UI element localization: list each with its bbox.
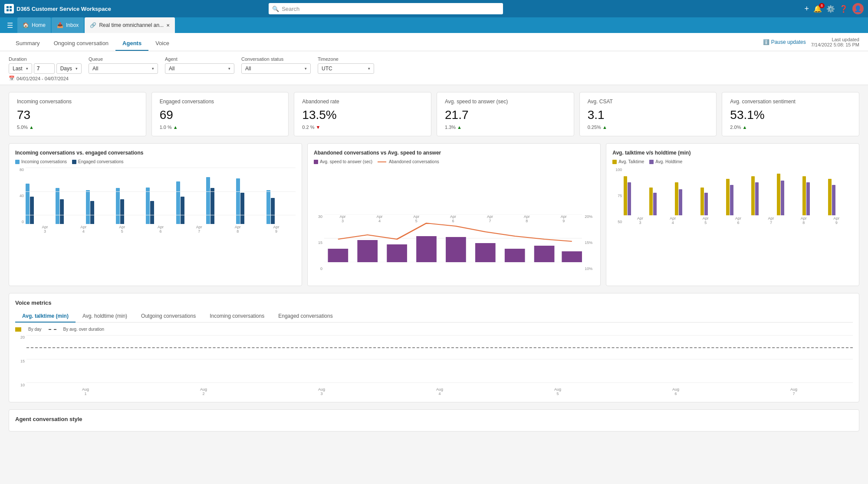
- svg-rect-11: [446, 237, 466, 262]
- user-avatar[interactable]: 👤: [852, 3, 864, 14]
- calendar-icon: 📅: [9, 76, 15, 81]
- kpi-sentiment-trend: 2.0% ▲: [730, 125, 851, 130]
- voice-tab-engaged[interactable]: Engaged conversations: [271, 310, 339, 323]
- notification-badge: 8: [819, 3, 825, 8]
- hamburger-menu[interactable]: ☰: [3, 20, 16, 31]
- chevron-down-icon: ▾: [305, 66, 307, 71]
- add-button[interactable]: +: [804, 4, 809, 13]
- by-avg-legend: [49, 329, 56, 330]
- timezone-filter: Timezone UTC ▾: [318, 56, 374, 74]
- chart1-x-labels: Apr3 Apr4 Apr5 Apr6 Apr7 Apr8 Apr9: [26, 225, 296, 234]
- kpi-speed-trend: 1.3% ▲: [445, 125, 566, 130]
- tab-inbox-label: Inbox: [66, 22, 79, 28]
- top-nav: D365 Customer Service Workspace 🔍 Search…: [0, 0, 868, 17]
- kpi-incoming: Incoming conversations 73 5.0% ▲: [9, 92, 146, 136]
- duration-last-select[interactable]: Last ▾: [9, 63, 32, 74]
- agent-filter: Agent All ▾: [165, 56, 234, 74]
- trend-up-icon: ▲: [173, 125, 178, 130]
- duration-filter: Duration Last ▾ Days ▾: [9, 56, 82, 74]
- svg-rect-9: [387, 244, 407, 262]
- chart1-legend: Incoming conversations Engaged conversat…: [15, 159, 296, 164]
- pause-updates-button[interactable]: ℹ️ Pause updates: [763, 39, 806, 45]
- chart3-legend: Avg. Talktime Avg. Holdtime: [612, 159, 853, 164]
- help-button[interactable]: ❓: [839, 5, 848, 13]
- app-title: D365 Customer Service Workspace: [16, 6, 111, 12]
- page-header: Summary Ongoing conversation Agents Voic…: [0, 33, 868, 51]
- charts-row: Incoming conversations vs. engaged conve…: [9, 143, 859, 286]
- home-icon: 🏠: [23, 22, 29, 28]
- chart-incoming-vs-engaged: Incoming conversations vs. engaged conve…: [9, 143, 302, 286]
- duration-unit-select[interactable]: Days ▾: [56, 63, 82, 74]
- svg-rect-12: [475, 243, 496, 262]
- queue-select[interactable]: All ▾: [89, 63, 158, 74]
- holdtime-legend-dot: [649, 160, 654, 164]
- chart1-bars: [26, 168, 296, 224]
- settings-button[interactable]: ⚙️: [826, 5, 835, 13]
- tab-ongoing[interactable]: Ongoing conversation: [47, 36, 115, 51]
- search-placeholder: Search: [282, 6, 299, 12]
- voice-chart: 201510: [15, 335, 853, 396]
- voice-metrics-card: Voice metrics Avg. talktime (min) Avg. h…: [9, 293, 859, 402]
- kpi-abandoned-trend: 0.2 % ▼: [302, 125, 423, 130]
- tab-inbox[interactable]: 📥 Inbox: [52, 17, 84, 33]
- tab-agents[interactable]: Agents: [115, 36, 148, 51]
- trend-up-icon: ▲: [29, 125, 34, 130]
- filters-bar: Duration Last ▾ Days ▾ Queue All ▾ Agen: [0, 51, 868, 85]
- svg-rect-3: [10, 9, 12, 11]
- tab-voice[interactable]: Voice: [148, 36, 176, 51]
- link-icon: 🔗: [90, 22, 96, 28]
- kpi-engaged-trend: 1.0 % ▲: [160, 125, 281, 130]
- trend-down-icon: ▼: [316, 125, 320, 130]
- voice-bars-area: [26, 335, 853, 383]
- chart3-x-labels: Apr3 Apr4 Apr5 Apr6 Apr7 Apr8 Apr9: [624, 216, 853, 225]
- voice-tab-talktime[interactable]: Avg. talktime (min): [15, 310, 76, 323]
- kpi-incoming-trend: 5.0% ▲: [17, 125, 138, 130]
- svg-rect-8: [357, 240, 378, 262]
- chevron-down-icon: ▾: [228, 66, 230, 71]
- chart3-bars: [624, 168, 853, 215]
- chart2-wrapper: 30150 20%15%10%: [314, 214, 594, 280]
- main-content: Incoming conversations 73 5.0% ▲ Engaged…: [0, 85, 868, 438]
- chart2-y-right: 20%15%10%: [584, 214, 594, 271]
- conv-status-select[interactable]: All ▾: [241, 63, 311, 74]
- trend-up-icon: ▲: [602, 125, 607, 130]
- tab-bar: ☰ 🏠 Home 📥 Inbox 🔗 Real time omnichannel…: [0, 17, 868, 33]
- tab-realtime[interactable]: 🔗 Real time omnichannel an... ✕: [85, 17, 175, 33]
- kpi-abandoned: Abandoned rate 13.5% 0.2 % ▼: [294, 92, 431, 136]
- voice-tab-incoming[interactable]: Incoming conversations: [203, 310, 271, 323]
- by-day-legend: [15, 327, 21, 332]
- svg-rect-15: [562, 251, 582, 262]
- chevron-down-icon: ▾: [152, 66, 154, 71]
- voice-tab-outgoing[interactable]: Outgoing conversations: [134, 310, 203, 323]
- timezone-select[interactable]: UTC ▾: [318, 63, 374, 74]
- agent-select[interactable]: All ▾: [165, 63, 234, 74]
- svg-rect-7: [328, 249, 349, 262]
- chart2-legend: Avg. speed to answer (sec) Abandoned con…: [314, 159, 594, 164]
- chart-talktime-vs-holdtime: Avg. talktime v/s holdtime (min) Avg. Ta…: [606, 143, 859, 286]
- page-tabs: Summary Ongoing conversation Agents Voic…: [9, 36, 176, 51]
- kpi-sentiment: Avg. conversation sentiment 53.1% 2.0% ▲: [722, 92, 859, 136]
- search-bar[interactable]: 🔍 Search: [269, 3, 503, 14]
- kpi-csat-trend: 0.25% ▲: [588, 125, 709, 130]
- chevron-down-icon: ▾: [76, 66, 78, 71]
- kpi-row: Incoming conversations 73 5.0% ▲ Engaged…: [9, 92, 859, 136]
- kpi-csat: Avg. CSAT 3.1 0.25% ▲: [579, 92, 717, 136]
- inbox-icon: 📥: [57, 22, 63, 28]
- svg-rect-0: [7, 6, 9, 8]
- conv-status-filter: Conversation status All ▾: [241, 56, 311, 74]
- voice-tabs: Avg. talktime (min) Avg. holdtime (min) …: [15, 310, 853, 323]
- app-logo-icon: [4, 4, 14, 13]
- tab-summary[interactable]: Summary: [9, 36, 47, 51]
- chevron-down-icon: ▾: [26, 66, 28, 71]
- notifications-button[interactable]: 🔔8: [813, 5, 822, 13]
- trend-up-icon: ▲: [457, 125, 462, 130]
- chart3-y-axis: 1007550: [612, 168, 622, 224]
- voice-legend: By day By avg. over duration: [15, 327, 853, 332]
- tab-close-icon[interactable]: ✕: [166, 23, 170, 28]
- engaged-legend-dot: [72, 160, 76, 164]
- kpi-engaged: Engaged conversations 69 1.0 % ▲: [151, 92, 289, 136]
- duration-value-input[interactable]: [34, 63, 55, 74]
- voice-tab-holdtime[interactable]: Avg. holdtime (min): [76, 310, 134, 323]
- tab-home[interactable]: 🏠 Home: [17, 17, 51, 33]
- chart-abandoned-vs-speed: Abandoned conversations vs Avg. speed to…: [307, 143, 601, 286]
